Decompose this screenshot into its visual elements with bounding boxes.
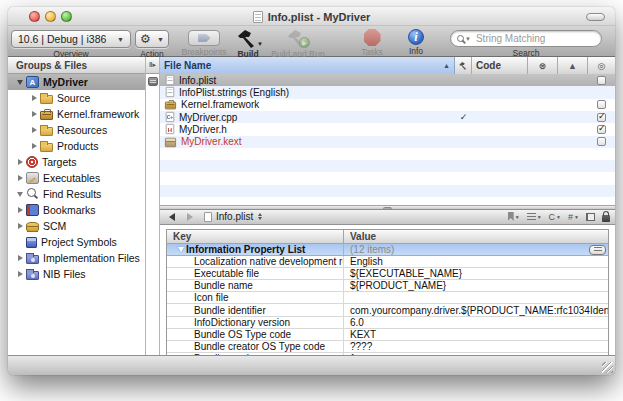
framework-icon — [165, 102, 176, 110]
action-button[interactable]: ⚙ ▼ — [135, 30, 169, 48]
back-button[interactable] — [165, 211, 179, 222]
target-membership-checkbox[interactable] — [597, 113, 606, 122]
target-column-header[interactable]: ◎ — [588, 57, 615, 74]
built-column-header[interactable] — [455, 57, 472, 74]
plist-row-icon-file[interactable]: Icon file — [167, 292, 608, 304]
breakpoints-menu-button[interactable]: ▼ — [527, 213, 542, 220]
bookmarks-menu-button[interactable]: ▼ — [508, 212, 520, 221]
disclosure-triangle[interactable] — [28, 143, 40, 149]
sidebar-item-scm[interactable]: SCM — [8, 218, 145, 234]
sidebar-item-products[interactable]: Products — [8, 138, 145, 154]
search-input[interactable]: ▼ String Matching — [450, 30, 602, 47]
plist-row-bundle-creator-os-type-code[interactable]: Bundle creator OS Type code???? — [167, 341, 608, 353]
editor-split-button[interactable] — [148, 77, 158, 86]
plist-row-bundle-name[interactable]: Bundle name${PRODUCT_NAME} — [167, 280, 608, 292]
sidebar-item-find-results[interactable]: Find Results — [8, 186, 145, 202]
value-column-header[interactable]: Value — [344, 230, 608, 243]
sidebar-item-resources[interactable]: Resources — [8, 122, 145, 138]
plist-value-cell[interactable]: ${EXECUTABLE_NAME} — [344, 268, 608, 279]
toolbar-toggle-button[interactable] — [586, 13, 605, 21]
key-column-header[interactable]: Key — [167, 230, 344, 243]
overview-popup[interactable]: 10.6 | Debug | i386 ▼ — [11, 30, 131, 48]
title-bar[interactable]: Info.plist - MyDriver — [8, 7, 615, 26]
stop-octagon-icon[interactable] — [364, 29, 381, 46]
code-column-header[interactable]: Code — [472, 57, 528, 74]
detail-pane: File Name ▲ Code ⊗ ▲ ◎ Info.plistInfoPli… — [160, 57, 615, 355]
disclosure-triangle[interactable] — [14, 175, 26, 181]
disclosure-triangle[interactable] — [14, 207, 26, 213]
document-proxy-icon[interactable] — [253, 11, 263, 23]
target-membership-checkbox[interactable] — [597, 100, 606, 109]
disclosure-triangle[interactable] — [14, 159, 26, 165]
included-files-menu-button[interactable]: #▼ — [568, 212, 579, 222]
warnings-column-header[interactable]: ▲ — [558, 57, 588, 74]
plist-value-cell[interactable]: 6.0 — [344, 317, 608, 328]
sidebar-item-project-symbols[interactable]: Project Symbols — [8, 234, 145, 250]
target-icon — [26, 156, 38, 168]
chevron-down-icon[interactable]: ▼ — [465, 36, 471, 42]
sidebar-item-targets[interactable]: Targets — [8, 154, 145, 170]
disclosure-triangle[interactable] — [28, 111, 40, 117]
value-type-combo-button[interactable] — [589, 245, 606, 255]
forward-button[interactable] — [183, 211, 197, 222]
plist-value-cell[interactable]: com.yourcompany.driver.${PRODUCT_NAME:rf… — [344, 304, 608, 315]
file-history-popup[interactable]: Info.plist — [201, 211, 265, 222]
status-bar — [8, 355, 615, 375]
disclosure-triangle[interactable] — [14, 192, 26, 197]
sidebar-splitter[interactable]: ‖▸ — [146, 57, 160, 355]
plist-row-infodictionary-version[interactable]: InfoDictionary version6.0 — [167, 317, 608, 329]
disclosure-triangle[interactable] — [14, 80, 26, 85]
plist-row-executable-file[interactable]: Executable file${EXECUTABLE_NAME} — [167, 268, 608, 280]
sidebar-item-bookmarks[interactable]: Bookmarks — [8, 202, 145, 218]
plist-value-cell[interactable]: ${PRODUCT_NAME} — [344, 280, 608, 291]
sidebar-item-executables[interactable]: Executables — [8, 170, 145, 186]
toolbar: 10.6 | Debug | i386 ▼ Overview ⚙ ▼ Actio… — [8, 26, 615, 57]
sidebar-item-nib-files[interactable]: NIB Files — [8, 266, 145, 282]
sidebar-item-source[interactable]: Source — [8, 90, 145, 106]
bookmark-icon — [508, 212, 514, 221]
file-row-mydriver-kext[interactable]: MyDriver.kext — [160, 135, 615, 147]
plist-value-cell[interactable]: ???? — [344, 341, 608, 352]
sidebar-header[interactable]: Groups & Files — [8, 57, 145, 74]
built-checkmark: ✓ — [455, 112, 472, 122]
disclosure-triangle[interactable] — [14, 223, 26, 229]
chevron-down-icon: ▼ — [109, 36, 124, 43]
plist-row-bundle-identifier[interactable]: Bundle identifiercom.yourcompany.driver.… — [167, 304, 608, 316]
file-row-kernel-framework[interactable]: Kernel.framework — [160, 99, 615, 111]
disclosure-triangle[interactable] — [28, 95, 40, 101]
file-row-mydriver-h[interactable]: MyDriver.h — [160, 123, 615, 135]
hammer-run-icon[interactable]: ▶ — [285, 28, 311, 48]
errors-column-header[interactable]: ⊗ — [528, 57, 558, 74]
file-row-mydriver-cpp[interactable]: MyDriver.cpp✓ — [160, 111, 615, 123]
sidebar-item-mydriver[interactable]: MyDriver — [8, 74, 145, 90]
sidebar-item-kernel-framework[interactable]: Kernel.framework — [8, 106, 145, 122]
plist-row-localization-native-development-re[interactable]: Localization native development reEnglis… — [167, 256, 608, 268]
horizontal-splitter[interactable] — [160, 205, 615, 210]
file-row-infoplist-strings-english-[interactable]: InfoPlist.strings (English) — [160, 86, 615, 98]
sidebar-item-implementation-files[interactable]: Implementation Files — [8, 250, 145, 266]
class-hierarchy-menu-button[interactable]: C▼ — [549, 212, 561, 222]
info-icon[interactable]: i — [408, 29, 424, 45]
plist-value-cell[interactable]: English — [344, 256, 608, 267]
target-membership-checkbox[interactable] — [597, 137, 606, 146]
resize-grip[interactable] — [602, 362, 613, 373]
lock-button[interactable] — [602, 211, 610, 222]
target-membership-checkbox[interactable] — [597, 125, 606, 134]
plist-row-bundle-os-type-code[interactable]: Bundle OS Type codeKEXT — [167, 329, 608, 341]
disclosure-triangle[interactable] — [14, 255, 26, 261]
target-membership-checkbox[interactable] — [597, 76, 606, 85]
disclosure-triangle[interactable] — [28, 127, 40, 133]
counterpart-button[interactable] — [586, 213, 595, 221]
plist-value-cell[interactable]: KEXT — [344, 329, 608, 340]
disclosure-triangle[interactable] — [14, 271, 26, 277]
smart-folder-icon — [26, 271, 39, 280]
plist-row-information-property-list[interactable]: Information Property List(12 items) — [167, 244, 608, 256]
plist-value-cell[interactable] — [344, 292, 608, 303]
file-name-column-header[interactable]: File Name ▲ — [160, 57, 455, 74]
disclosure-triangle[interactable] — [175, 247, 186, 252]
breakpoints-button[interactable] — [188, 30, 220, 46]
plist-key-label: Information Property List — [186, 244, 305, 255]
plist-value-cell[interactable]: (12 items) — [344, 244, 608, 255]
file-row-info-plist[interactable]: Info.plist — [160, 74, 615, 86]
hammer-icon[interactable]: ▼ — [235, 28, 261, 48]
